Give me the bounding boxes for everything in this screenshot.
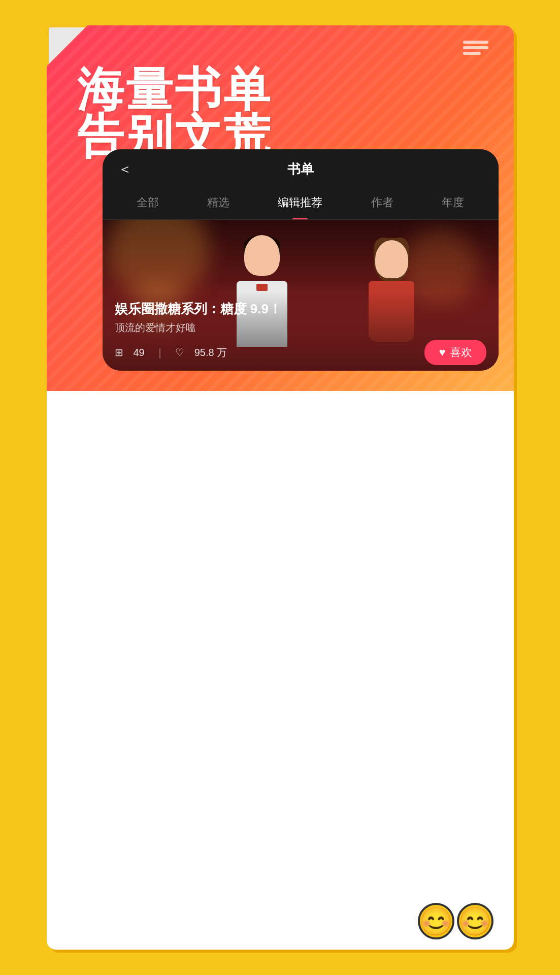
- tab-selected[interactable]: 精选: [203, 193, 234, 212]
- emoji-face-1: [418, 903, 454, 939]
- featured-title: 娱乐圈撒糖系列：糖度 9.9！: [115, 300, 486, 318]
- tab-editor-pick[interactable]: 编辑推荐: [274, 193, 326, 212]
- emoji-row: [418, 903, 493, 939]
- banner-stats-row: ⊞ 49 ｜ ♡ 95.8 万 ♥ 喜欢: [115, 340, 486, 365]
- phone-screen-title: 书单: [287, 160, 314, 178]
- heart-filled-icon: ♥: [439, 346, 445, 359]
- hero-title-line1: 海量书单: [77, 66, 272, 113]
- like-btn-label: 喜欢: [450, 345, 472, 360]
- tab-author[interactable]: 作者: [367, 193, 398, 212]
- bookmark-line-2: [463, 46, 488, 49]
- man-head: [244, 235, 280, 276]
- banner-stats-left: ⊞ 49 ｜ ♡ 95.8 万: [115, 346, 227, 360]
- bookmark-line-1: [463, 41, 488, 44]
- bookmark-line-3: [463, 52, 481, 55]
- bookmark-icon: [463, 41, 488, 55]
- outer-wrapper: 海量书单 告别文荒 ＜ 书单 全部 精选 编辑推荐 作者 年度: [47, 25, 514, 950]
- emoji-face-2: [457, 903, 493, 939]
- woman-head: [375, 240, 408, 278]
- hero-section: 海量书单 告别文荒 ＜ 书单 全部 精选 编辑推荐 作者 年度: [47, 25, 514, 391]
- paper-card: 海量书单 告别文荒 ＜ 书单 全部 精选 编辑推荐 作者 年度: [47, 25, 514, 950]
- like-button[interactable]: ♥ 喜欢: [424, 340, 486, 365]
- likes-count: 95.8 万: [194, 346, 227, 360]
- banner-text-overlay: 娱乐圈撒糖系列：糖度 9.9！ 顶流的爱情才好嗑 ⊞ 49 ｜ ♡ 95.8 万: [103, 292, 499, 371]
- hero-title: 海量书单 告别文荒: [77, 66, 272, 159]
- tab-all[interactable]: 全部: [133, 193, 163, 212]
- featured-subtitle: 顶流的爱情才好嗑: [115, 321, 486, 335]
- books-count: 49: [134, 347, 145, 359]
- tab-annual[interactable]: 年度: [438, 193, 468, 212]
- stat-separator: ｜: [155, 346, 165, 360]
- heart-icon: ♡: [175, 346, 184, 359]
- layers-icon: ⊞: [115, 346, 123, 359]
- fold-corner: [47, 25, 87, 66]
- tab-bar: 全部 精选 编辑推荐 作者 年度: [103, 187, 499, 220]
- featured-banner: 娱乐圈撒糖系列：糖度 9.9！ 顶流的爱情才好嗑 ⊞ 49 ｜ ♡ 95.8 万: [103, 220, 499, 371]
- back-button[interactable]: ＜: [118, 159, 132, 179]
- phone-header: ＜ 书单: [103, 149, 499, 187]
- man-bowtie: [256, 284, 268, 291]
- phone-mockup: ＜ 书单 全部 精选 编辑推荐 作者 年度: [103, 149, 499, 371]
